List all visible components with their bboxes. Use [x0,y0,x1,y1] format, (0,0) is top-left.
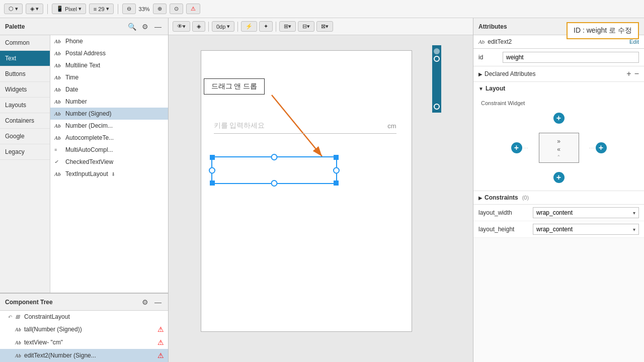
category-common[interactable]: Common [0,35,50,51]
category-widgets[interactable]: Widgets [0,82,50,98]
palette-item-name-time: Time [65,74,78,81]
tree-item-edittext2[interactable]: Ab editText2(Number (Signe... ⚠ [0,349,168,362]
category-text[interactable]: Text [0,51,50,66]
palette-item-icon-time: Ab [54,74,62,80]
handle-lm[interactable] [209,167,215,173]
fit-btn[interactable]: ⊙ [170,4,183,14]
phone-canvas[interactable]: 드래그 앤 드롭 키를 입력하세요 [201,50,412,332]
palette-item-checked[interactable]: ✓ CheckedTextView [50,156,168,168]
handle-rm[interactable] [333,167,340,173]
canvas-suffix: cm [387,122,396,130]
device-btn[interactable]: 📱 Pixel ▾ [52,4,86,14]
palette-item-name-textinput: TextInputLayout [65,170,108,177]
handle-bl[interactable] [210,180,215,186]
zoom-out-btn[interactable]: ⊖ [122,4,136,14]
tree-settings-icon[interactable]: ⚙ [140,297,150,307]
palette-item-icon-postal: Ab [54,50,62,56]
view-dropdown-arrow: ▾ [36,6,39,12]
handle-bm[interactable] [271,180,277,187]
blueprint-btn[interactable]: ◈ [192,21,205,32]
palette-search-icon[interactable]: 🔍 [127,22,137,32]
category-layouts[interactable]: Layouts [0,98,50,113]
layer-btn[interactable]: ⬡ ▾ [4,4,23,14]
handle-tl[interactable] [210,155,215,160]
attr-id-input[interactable] [503,52,639,63]
zoom-in-btn[interactable]: ⊕ [153,4,167,14]
constraint-plus-bottom[interactable]: + [553,172,565,183]
zoom-out-icon: ⊖ [127,6,131,12]
layout-width-value: wrap_content [536,209,573,216]
palette-item-name-multiline: Multiline Text [65,62,100,69]
palette-item-number-signed[interactable]: Ab Number (Signed) [50,108,168,120]
layout-width-label: layout_width [478,209,529,216]
connect-btn[interactable]: ⚡ [241,21,257,32]
constraint-plus-top[interactable]: + [553,113,565,124]
selection-box[interactable] [211,156,337,184]
constraint-plus-right[interactable]: + [596,142,607,153]
palette-item-icon-number-signed: Ab [54,111,62,117]
distribute-btn[interactable]: ⊟▾ [298,21,314,32]
align-btn[interactable]: ⊞▾ [279,21,296,32]
constraint-dots-left: ··· [524,146,529,150]
api-btn[interactable]: ≡ 29 ▾ [89,4,114,14]
palette-settings-icon[interactable]: ⚙ [140,22,150,32]
category-google[interactable]: Google [0,129,50,144]
declared-add-icon[interactable]: + [626,69,631,78]
category-buttons[interactable]: Buttons [0,66,50,82]
palette-item-number-decimal[interactable]: Ab Number (Decim... [50,120,168,132]
component-tree-section: Component Tree ⚙ — ↶ ⊞ ConstraintLayout … [0,293,168,362]
magic-btn[interactable]: ✦ [259,21,273,32]
id-annotation: ID : weight 로 수정 [567,22,639,39]
layout-height-label: layout_height [478,226,529,233]
palette-item-multiauto[interactable]: ≡ MultiAutoCompl... [50,144,168,156]
api-label: 29 [98,6,104,12]
margin-btn[interactable]: 0dp ▾ [212,21,234,32]
layout-height-dropdown[interactable]: wrap_content ▾ [533,224,639,235]
tree-item-tall[interactable]: Ab tall(Number (Signed)) ⚠ [0,323,168,336]
tree-label-tall: tall(Number (Signed)) [24,326,82,333]
category-legacy[interactable]: Legacy [0,144,50,160]
palette-item-phone[interactable]: Ab Phone [50,35,168,47]
palette-item-date[interactable]: Ab Date [50,83,168,96]
constraints-arrow-icon: ▶ [478,195,482,201]
palette-item-postal[interactable]: Ab Postal Address [50,47,168,59]
declared-remove-icon[interactable]: − [634,69,639,78]
tree-item-textview[interactable]: Ab textView- "cm" ⚠ [0,336,168,349]
baseline-btn[interactable]: ⊠▾ [316,21,333,32]
attr-layout-height-row: layout_height wrap_content ▾ [473,221,644,238]
tree-items: ↶ ⊞ ConstraintLayout Ab tall(Number (Sig… [0,311,168,362]
margin-dropdown: ▾ [227,23,230,30]
palette-item-number[interactable]: Ab Number [50,96,168,108]
tree-label-edittext2: editText2(Number (Signe... [24,352,96,359]
category-containers[interactable]: Containers [0,113,50,129]
edittext-edit-link[interactable]: Edit [629,39,639,45]
tree-item-constraint-layout[interactable]: ↶ ⊞ ConstraintLayout [0,311,168,323]
sec-sep-1 [208,22,209,32]
view-btn[interactable]: ◈ ▾ [26,4,43,14]
eye-btn[interactable]: 👁▾ [173,21,190,32]
palette-item-icon-phone: Ab [54,38,62,44]
palette-item-multiline[interactable]: Ab Multiline Text [50,59,168,71]
tree-minimize-icon[interactable]: — [153,297,163,307]
annotation-text: 드래그 앤 드롭 [211,82,258,90]
constraints-header[interactable]: ▶ Constraints (0) [478,194,639,201]
constraint-widget-label: Constraint Widget [481,100,525,106]
constraint-plus-left[interactable]: + [511,142,522,153]
tree-icon-tall: Ab [15,327,22,332]
attributes-header: Attributes ⚙ — ID : weight 로 수정 [473,18,644,35]
layout-header[interactable]: ▼ Layout [473,82,644,95]
palette-item-autocomplete[interactable]: Ab AutocompleteTe... [50,132,168,144]
palette-minimize-icon[interactable]: — [153,22,163,32]
palette-item-time[interactable]: Ab Time [50,71,168,83]
palette-item-textinput[interactable]: Ab TextInputLayout ⬇ [50,168,168,180]
handle-br[interactable] [334,180,339,186]
strip-dot-3 [434,104,440,110]
layout-arrow-icon: ▼ [478,86,484,92]
declared-attrs-section: ▶ Declared Attributes + − [473,66,644,82]
declared-attrs-header[interactable]: ▶ Declared Attributes + − [473,66,644,81]
handle-tm[interactable] [271,154,277,160]
handle-tr[interactable] [334,155,339,160]
tree-error-edittext2: ⚠ [157,351,164,359]
warning-btn[interactable]: ⚠ [186,4,200,14]
layout-width-dropdown[interactable]: wrap_content ▾ [533,207,639,218]
